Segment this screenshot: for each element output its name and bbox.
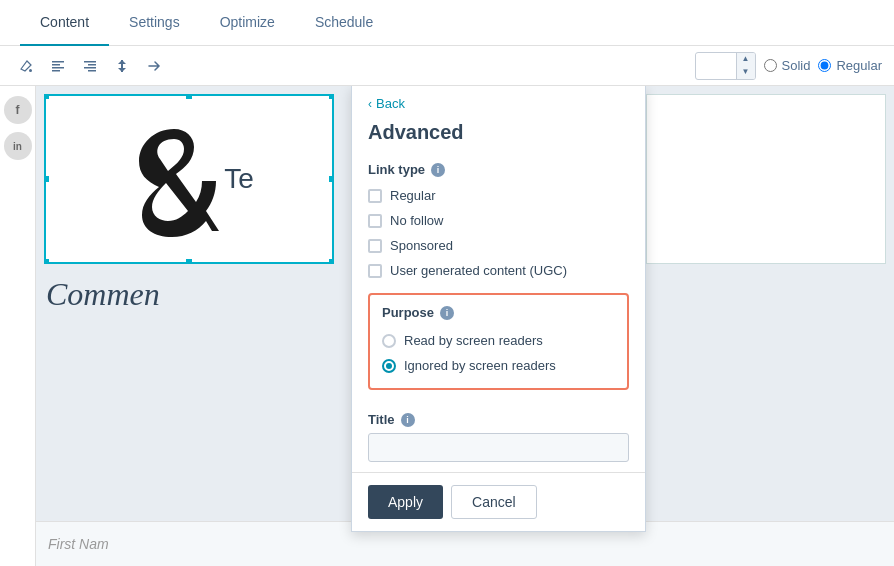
svg-rect-3 bbox=[52, 67, 64, 69]
radio-screen-readers-btn bbox=[382, 334, 396, 348]
solid-radio[interactable] bbox=[764, 59, 777, 72]
back-button[interactable]: ‹ Back bbox=[352, 86, 645, 117]
tab-settings[interactable]: Settings bbox=[109, 0, 200, 46]
solid-label: Solid bbox=[782, 58, 811, 73]
radio-screen-readers[interactable]: Read by screen readers bbox=[382, 328, 615, 353]
linkedin-icon[interactable]: in bbox=[4, 132, 32, 160]
svg-rect-8 bbox=[88, 70, 96, 72]
number-input[interactable]: 0 bbox=[696, 54, 736, 77]
apply-button[interactable]: Apply bbox=[368, 485, 443, 519]
svg-rect-4 bbox=[52, 70, 60, 72]
back-label: Back bbox=[376, 96, 405, 111]
svg-rect-6 bbox=[88, 64, 96, 66]
checkbox-ugc-label: User generated content (UGC) bbox=[390, 263, 567, 278]
resize-handle-rm[interactable] bbox=[328, 175, 334, 183]
checkbox-sponsored-box bbox=[368, 239, 382, 253]
svg-point-0 bbox=[29, 69, 32, 72]
checkbox-ugc[interactable]: User generated content (UGC) bbox=[352, 258, 645, 283]
title-input[interactable] bbox=[368, 433, 629, 462]
tab-optimize[interactable]: Optimize bbox=[200, 0, 295, 46]
radio-screen-readers-label: Read by screen readers bbox=[404, 333, 543, 348]
main-content: f in Te Commen First Nam bbox=[0, 86, 894, 566]
resize-handle-bm[interactable] bbox=[185, 258, 193, 264]
first-name-placeholder: First Nam bbox=[48, 536, 109, 552]
regular-radio[interactable] bbox=[818, 59, 831, 72]
purpose-label: Purpose i bbox=[382, 305, 615, 320]
checkbox-regular[interactable]: Regular bbox=[352, 183, 645, 208]
arrow-btn[interactable] bbox=[140, 52, 168, 80]
toolbar: 0 ▲ ▼ Solid Regular bbox=[0, 46, 894, 86]
align-right-btn[interactable] bbox=[76, 52, 104, 80]
svg-rect-5 bbox=[84, 61, 96, 63]
checkbox-sponsored-label: Sponsored bbox=[390, 238, 453, 253]
canvas-image-block[interactable]: Te bbox=[44, 94, 334, 264]
radio-ignored-label: Ignored by screen readers bbox=[404, 358, 556, 373]
paint-bucket-btn[interactable] bbox=[12, 52, 40, 80]
resize-handle-bl[interactable] bbox=[44, 258, 50, 264]
panel-footer: Apply Cancel bbox=[352, 472, 645, 531]
canvas-right-block bbox=[646, 94, 886, 264]
checkbox-nofollow-box bbox=[368, 214, 382, 228]
checkbox-ugc-box bbox=[368, 264, 382, 278]
radio-ignored[interactable]: Ignored by screen readers bbox=[382, 353, 615, 378]
svg-marker-10 bbox=[118, 60, 126, 64]
panel-title: Advanced bbox=[352, 117, 645, 156]
nav-tabs: Content Settings Optimize Schedule bbox=[20, 0, 393, 46]
facebook-icon[interactable]: f bbox=[4, 96, 32, 124]
title-info[interactable]: i bbox=[401, 413, 415, 427]
link-type-info[interactable]: i bbox=[431, 163, 445, 177]
svg-rect-2 bbox=[52, 64, 60, 66]
regular-option[interactable]: Regular bbox=[818, 58, 882, 73]
align-left-btn[interactable] bbox=[44, 52, 72, 80]
canvas-te-text: Te bbox=[224, 163, 254, 195]
svg-rect-7 bbox=[84, 67, 96, 69]
decrement-btn[interactable]: ▼ bbox=[737, 66, 755, 79]
increment-btn[interactable]: ▲ bbox=[737, 53, 755, 66]
resize-handle-tr[interactable] bbox=[328, 94, 334, 100]
solid-option[interactable]: Solid bbox=[764, 58, 811, 73]
align-vertical-btn[interactable] bbox=[108, 52, 136, 80]
resize-handle-tm[interactable] bbox=[185, 94, 193, 100]
ampersand-logo bbox=[124, 119, 224, 239]
resize-handle-br[interactable] bbox=[328, 258, 334, 264]
title-section: Title i bbox=[352, 400, 645, 472]
checkbox-regular-label: Regular bbox=[390, 188, 436, 203]
purpose-info[interactable]: i bbox=[440, 306, 454, 320]
link-type-label: Link type i bbox=[352, 156, 645, 183]
canvas-area: Te Commen First Nam ‹ Back Advanced Link… bbox=[36, 86, 894, 566]
checkbox-nofollow-label: No follow bbox=[390, 213, 443, 228]
checkbox-nofollow[interactable]: No follow bbox=[352, 208, 645, 233]
left-sidebar: f in bbox=[0, 86, 36, 566]
right-controls: 0 ▲ ▼ Solid Regular bbox=[695, 52, 882, 80]
number-input-group[interactable]: 0 ▲ ▼ bbox=[695, 52, 756, 80]
svg-rect-1 bbox=[52, 61, 64, 63]
tab-schedule[interactable]: Schedule bbox=[295, 0, 393, 46]
resize-handle-tl[interactable] bbox=[44, 94, 50, 100]
checkbox-regular-box bbox=[368, 189, 382, 203]
tab-content[interactable]: Content bbox=[20, 0, 109, 46]
resize-handle-lm[interactable] bbox=[44, 175, 50, 183]
advanced-panel: ‹ Back Advanced Link type i Regular No f… bbox=[351, 86, 646, 532]
radio-ignored-btn bbox=[382, 359, 396, 373]
svg-marker-11 bbox=[118, 68, 126, 72]
regular-label: Regular bbox=[836, 58, 882, 73]
checkbox-sponsored[interactable]: Sponsored bbox=[352, 233, 645, 258]
number-arrows: ▲ ▼ bbox=[736, 53, 755, 79]
comment-text: Commen bbox=[46, 276, 160, 313]
top-nav: Content Settings Optimize Schedule bbox=[0, 0, 894, 46]
cancel-button[interactable]: Cancel bbox=[451, 485, 537, 519]
title-label: Title i bbox=[368, 406, 629, 433]
purpose-section: Purpose i Read by screen readers Ignored… bbox=[368, 293, 629, 390]
back-chevron: ‹ bbox=[368, 97, 372, 111]
